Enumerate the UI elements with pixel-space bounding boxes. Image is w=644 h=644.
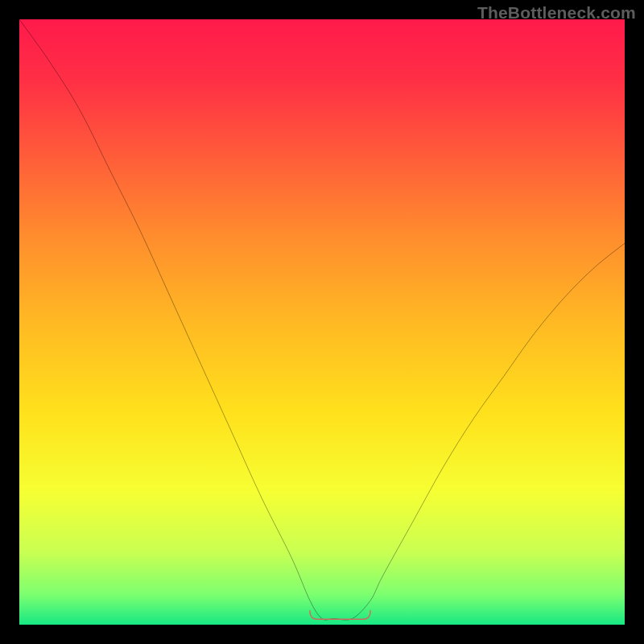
watermark-text: TheBottleneck.com — [477, 3, 636, 23]
plot-area — [19, 19, 625, 625]
chart-svg — [19, 19, 625, 625]
gradient-background — [19, 19, 625, 625]
chart-frame: TheBottleneck.com — [0, 0, 644, 644]
